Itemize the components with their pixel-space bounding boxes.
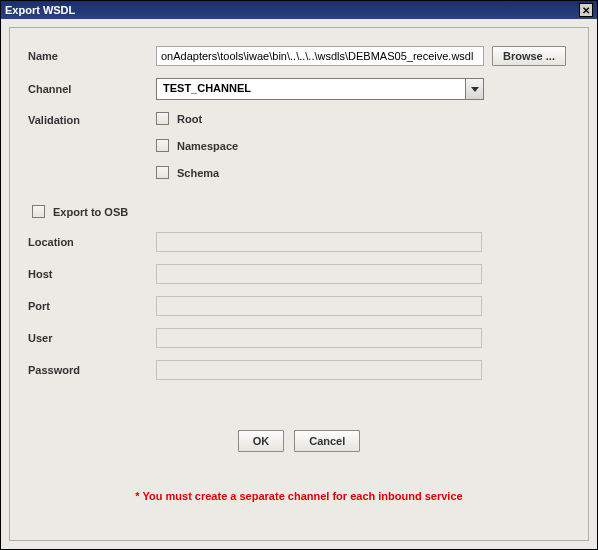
label-location: Location [24, 236, 156, 248]
row-channel: Channel TEST_CHANNEL [24, 78, 574, 100]
row-host: Host [24, 264, 574, 284]
label-user: User [24, 332, 156, 344]
label-validation: Validation [24, 112, 156, 126]
channel-selected: TEST_CHANNEL [157, 79, 465, 99]
footer-note: * You must create a separate channel for… [24, 490, 574, 502]
row-name: Name Browse ... [24, 46, 574, 66]
label-port: Port [24, 300, 156, 312]
label-name: Name [24, 50, 156, 62]
channel-select[interactable]: TEST_CHANNEL [156, 78, 484, 100]
row-location: Location [24, 232, 574, 252]
row-port: Port [24, 296, 574, 316]
close-icon[interactable]: ✕ [579, 3, 593, 17]
check-root: Root [156, 112, 238, 125]
check-export-osb: Export to OSB [32, 205, 574, 218]
password-input [156, 360, 482, 380]
checkbox-export-osb-label: Export to OSB [53, 206, 128, 218]
export-wsdl-dialog: Export WSDL ✕ Name Browse ... Channel TE… [0, 0, 598, 550]
checkbox-namespace[interactable] [156, 139, 169, 152]
titlebar: Export WSDL ✕ [1, 1, 597, 19]
name-input[interactable] [156, 46, 484, 66]
button-row: OK Cancel [24, 430, 574, 452]
host-input [156, 264, 482, 284]
check-namespace: Namespace [156, 139, 238, 152]
panel: Name Browse ... Channel TEST_CHANNEL Val… [9, 27, 589, 541]
row-validation: Validation Root Namespace Schema [24, 112, 574, 179]
cancel-button[interactable]: Cancel [294, 430, 360, 452]
checkbox-schema-label: Schema [177, 167, 219, 179]
ok-button[interactable]: OK [238, 430, 285, 452]
label-channel: Channel [24, 83, 156, 95]
checkbox-root[interactable] [156, 112, 169, 125]
port-input [156, 296, 482, 316]
checkbox-export-osb[interactable] [32, 205, 45, 218]
user-input [156, 328, 482, 348]
checkbox-namespace-label: Namespace [177, 140, 238, 152]
browse-button[interactable]: Browse ... [492, 46, 566, 66]
label-password: Password [24, 364, 156, 376]
dialog-title: Export WSDL [5, 4, 75, 16]
check-schema: Schema [156, 166, 238, 179]
content: Name Browse ... Channel TEST_CHANNEL Val… [1, 19, 597, 549]
row-password: Password [24, 360, 574, 380]
checkbox-schema[interactable] [156, 166, 169, 179]
row-user: User [24, 328, 574, 348]
label-host: Host [24, 268, 156, 280]
validation-checks: Root Namespace Schema [156, 112, 238, 179]
chevron-down-icon[interactable] [465, 79, 483, 99]
checkbox-root-label: Root [177, 113, 202, 125]
location-input [156, 232, 482, 252]
